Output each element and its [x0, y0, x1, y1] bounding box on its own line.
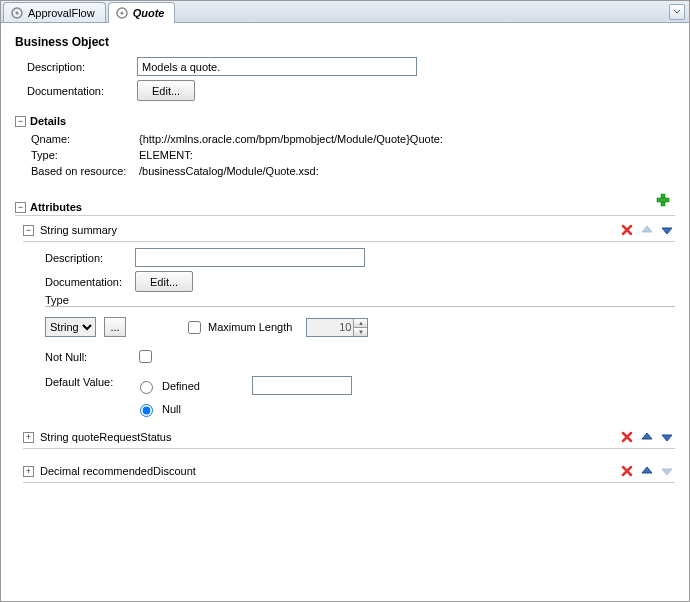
details-header[interactable]: − Details	[15, 115, 675, 127]
documentation-label: Documentation:	[27, 85, 137, 97]
edit-documentation-button[interactable]: Edit...	[137, 80, 195, 101]
maxlength-label: Maximum Length	[208, 321, 292, 333]
attr-description-label: Description:	[45, 252, 135, 264]
notnull-checkbox[interactable]	[139, 350, 152, 363]
default-null-label: Null	[162, 403, 181, 415]
move-down-button	[659, 463, 675, 479]
maxlength-spinner[interactable]: ▲ ▼	[353, 319, 367, 336]
move-up-button[interactable]	[639, 463, 655, 479]
default-defined-label: Defined	[162, 380, 200, 392]
add-attribute-button[interactable]	[655, 192, 671, 210]
svg-rect-5	[657, 198, 669, 202]
description-label: Description:	[27, 61, 137, 73]
spinner-up-icon[interactable]: ▲	[353, 319, 367, 328]
attribute-row: + String quoteRequestStatus	[23, 429, 675, 449]
chevron-down-icon	[673, 8, 681, 16]
type-label: Type:	[31, 149, 139, 161]
description-input[interactable]	[137, 57, 417, 76]
attribute-row: − String summary	[23, 222, 675, 242]
default-value-input[interactable]	[252, 376, 352, 395]
resource-value: /businessCatalog/Module/Quote.xsd:	[139, 165, 319, 177]
attribute-label: String summary	[40, 224, 619, 236]
type-legend: Type	[45, 294, 75, 306]
tab-bar: ApprovalFlow Quote	[1, 1, 689, 23]
tab-approvalflow[interactable]: ApprovalFlow	[3, 2, 106, 22]
gear-icon	[115, 6, 129, 20]
maxlength-checkbox[interactable]	[188, 321, 201, 334]
svg-point-3	[120, 12, 123, 15]
tab-label: ApprovalFlow	[28, 7, 95, 19]
delete-attribute-button[interactable]	[619, 222, 635, 238]
attributes-title: Attributes	[30, 201, 82, 213]
details-title: Details	[30, 115, 66, 127]
delete-attribute-button[interactable]	[619, 463, 635, 479]
spinner-down-icon[interactable]: ▼	[353, 328, 367, 336]
type-value: ELEMENT:	[139, 149, 193, 161]
attribute-body: Description: Documentation: Edit... Type…	[45, 248, 675, 417]
collapse-icon[interactable]: −	[23, 225, 34, 236]
default-value-label: Default Value:	[45, 376, 135, 417]
delete-attribute-button[interactable]	[619, 429, 635, 445]
qname-value: {http://xmlns.oracle.com/bpm/bpmobject/M…	[139, 133, 443, 145]
tab-overflow-button[interactable]	[669, 4, 685, 20]
content-area: Business Object Description: Documentati…	[1, 23, 689, 601]
type-select[interactable]: String	[45, 317, 96, 337]
expand-icon[interactable]: +	[23, 466, 34, 477]
tab-quote[interactable]: Quote	[108, 2, 176, 23]
attr-description-input[interactable]	[135, 248, 365, 267]
collapse-icon: −	[15, 116, 26, 127]
notnull-label: Not Null:	[45, 351, 135, 363]
attributes-header[interactable]: − Attributes	[15, 201, 655, 213]
expand-icon[interactable]: +	[23, 432, 34, 443]
tab-label: Quote	[133, 7, 165, 19]
svg-point-1	[16, 11, 19, 14]
move-down-button[interactable]	[659, 429, 675, 445]
editor-window: ApprovalFlow Quote Business Object Descr…	[0, 0, 690, 602]
attribute-row: + Decimal recommendedDiscount	[23, 463, 675, 483]
attribute-label: Decimal recommendedDiscount	[40, 465, 619, 477]
move-up-button	[639, 222, 655, 238]
type-browse-button[interactable]: ...	[104, 317, 126, 337]
default-null-radio[interactable]	[140, 404, 153, 417]
attr-documentation-label: Documentation:	[45, 276, 135, 288]
resource-label: Based on resource:	[31, 165, 139, 177]
qname-label: Qname:	[31, 133, 139, 145]
page-title: Business Object	[15, 35, 675, 49]
move-down-button[interactable]	[659, 222, 675, 238]
attribute-label: String quoteRequestStatus	[40, 431, 619, 443]
attr-edit-documentation-button[interactable]: Edit...	[135, 271, 193, 292]
default-defined-radio[interactable]	[140, 381, 153, 394]
gear-icon	[10, 6, 24, 20]
collapse-icon: −	[15, 202, 26, 213]
move-up-button[interactable]	[639, 429, 655, 445]
